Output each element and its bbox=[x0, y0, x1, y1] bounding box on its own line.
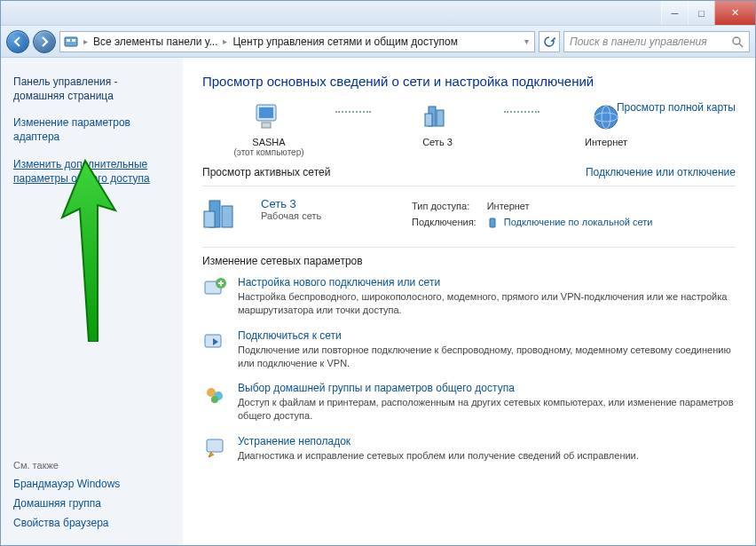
svg-rect-1 bbox=[67, 39, 70, 42]
active-network: Сеть 3 Рабочая сеть Тип доступа: Интерне… bbox=[202, 192, 736, 241]
svg-rect-6 bbox=[259, 107, 273, 118]
control-panel-icon bbox=[64, 35, 78, 49]
task-desc: Подключение или повторное подключение к … bbox=[238, 344, 736, 370]
svg-rect-24 bbox=[207, 439, 223, 452]
svg-rect-9 bbox=[437, 110, 444, 126]
window: ─ □ ✕ ▸ Все элементы панели у... ▸ Центр… bbox=[0, 0, 756, 546]
search-input[interactable]: Поиск в панели управления bbox=[563, 31, 750, 52]
page-title: Просмотр основных сведений о сети и наст… bbox=[202, 74, 736, 89]
connection-link[interactable]: Подключение по локальной сети bbox=[504, 217, 653, 227]
connect-disconnect-link[interactable]: Подключение или отключение bbox=[586, 166, 736, 178]
map-node-label: SASHA bbox=[202, 137, 335, 147]
divider bbox=[202, 247, 736, 248]
dropdown-icon[interactable]: ▾ bbox=[523, 36, 531, 46]
breadcrumb-current[interactable]: Центр управления сетями и общим доступом bbox=[232, 36, 458, 48]
sidebar-link-firewall[interactable]: Брандмауэр Windows bbox=[13, 478, 170, 490]
troubleshoot-icon bbox=[202, 435, 227, 460]
homegroup-icon bbox=[202, 382, 227, 407]
task-desc: Доступ к файлам и принтерам, расположенн… bbox=[238, 396, 736, 423]
section-active-networks: Просмотр активных сетей Подключение или … bbox=[202, 166, 736, 178]
task-new-connection: Настройка нового подключения или сети На… bbox=[202, 276, 736, 317]
connect-icon bbox=[202, 329, 227, 354]
sidebar-link-homegroup[interactable]: Домашняя группа bbox=[13, 497, 170, 510]
svg-rect-17 bbox=[490, 218, 495, 227]
map-node-computer[interactable]: SASHA (этот компьютер) bbox=[202, 101, 335, 157]
active-network-details: Тип доступа: Интернет Подключения: Подкл… bbox=[410, 197, 736, 233]
breadcrumb[interactable]: ▸ Все элементы панели у... ▸ Центр управ… bbox=[59, 31, 535, 52]
search-icon bbox=[731, 36, 744, 48]
maximize-button[interactable]: □ bbox=[688, 1, 714, 25]
sidebar-see-also: См. также bbox=[13, 460, 170, 471]
chevron-right-icon: ▸ bbox=[221, 36, 229, 46]
task-desc: Диагностика и исправление сетевых пробле… bbox=[238, 449, 639, 463]
svg-point-11 bbox=[595, 106, 618, 129]
sidebar-link-adapter[interactable]: Изменение параметров адаптера bbox=[13, 115, 170, 144]
task-desc: Настройка беспроводного, широкополосного… bbox=[238, 290, 736, 317]
breadcrumb-root[interactable]: Все элементы панели у... bbox=[93, 36, 217, 48]
access-type-label: Тип доступа: bbox=[412, 199, 485, 213]
map-node-label: Сеть 3 bbox=[371, 137, 504, 147]
network-icon bbox=[202, 197, 245, 233]
sidebar-link-browser[interactable]: Свойства браузера bbox=[13, 517, 170, 529]
task-link[interactable]: Выбор домашней группы и параметров общег… bbox=[238, 382, 736, 394]
svg-rect-2 bbox=[72, 39, 75, 42]
sidebar-home-title[interactable]: Панель управления - домашняя страница bbox=[13, 75, 170, 103]
task-link[interactable]: Устранение неполадок bbox=[238, 435, 639, 447]
svg-rect-7 bbox=[262, 123, 271, 128]
task-link[interactable]: Настройка нового подключения или сети bbox=[238, 276, 736, 289]
active-network-name[interactable]: Сеть 3 bbox=[261, 197, 394, 210]
search-placeholder: Поиск в панели управления bbox=[570, 36, 707, 48]
network-map: SASHA (этот компьютер) Сеть 3 bbox=[202, 101, 736, 157]
forward-button[interactable] bbox=[33, 30, 56, 53]
map-node-network[interactable]: Сеть 3 bbox=[371, 101, 504, 147]
access-type-value: Интернет bbox=[487, 199, 662, 213]
connections-label: Подключения: bbox=[412, 215, 485, 230]
map-node-sublabel: (этот компьютер) bbox=[202, 147, 335, 157]
task-homegroup: Выбор домашней группы и параметров общег… bbox=[202, 382, 736, 423]
svg-rect-10 bbox=[425, 114, 432, 126]
refresh-button[interactable] bbox=[539, 31, 560, 52]
section-change-settings: Изменение сетевых параметров bbox=[202, 255, 736, 267]
sidebar-link-sharing[interactable]: Изменить дополнительные параметры общего… bbox=[13, 157, 170, 186]
minimize-button[interactable]: ─ bbox=[661, 1, 688, 25]
lan-icon bbox=[487, 218, 498, 228]
content: Панель управления - домашняя страница Из… bbox=[1, 58, 755, 545]
section-title: Просмотр активных сетей bbox=[202, 166, 330, 178]
task-link[interactable]: Подключиться к сети bbox=[238, 329, 736, 342]
close-button[interactable]: ✕ bbox=[714, 1, 755, 25]
svg-line-4 bbox=[739, 44, 743, 47]
map-connector bbox=[504, 101, 539, 123]
svg-point-3 bbox=[733, 37, 740, 44]
navbar: ▸ Все элементы панели у... ▸ Центр управ… bbox=[1, 26, 755, 58]
map-connector bbox=[335, 101, 371, 123]
active-network-info: Сеть 3 Рабочая сеть bbox=[261, 197, 394, 233]
task-connect: Подключиться к сети Подключение или повт… bbox=[202, 329, 736, 370]
svg-rect-15 bbox=[222, 206, 232, 227]
main: Просмотр основных сведений о сети и наст… bbox=[183, 58, 755, 545]
svg-rect-16 bbox=[204, 211, 215, 227]
active-network-type[interactable]: Рабочая сеть bbox=[261, 210, 394, 221]
map-full-link[interactable]: Просмотр полной карты bbox=[617, 101, 736, 114]
new-connection-icon bbox=[202, 276, 227, 301]
divider bbox=[202, 186, 736, 186]
svg-point-23 bbox=[211, 396, 218, 403]
back-button[interactable] bbox=[6, 30, 29, 53]
titlebar: ─ □ ✕ bbox=[1, 1, 755, 26]
chevron-right-icon: ▸ bbox=[82, 36, 90, 46]
task-troubleshoot: Устранение неполадок Диагностика и испра… bbox=[202, 435, 736, 463]
map-node-label: Интернет bbox=[539, 137, 673, 147]
sidebar: Панель управления - домашняя страница Из… bbox=[1, 58, 183, 545]
